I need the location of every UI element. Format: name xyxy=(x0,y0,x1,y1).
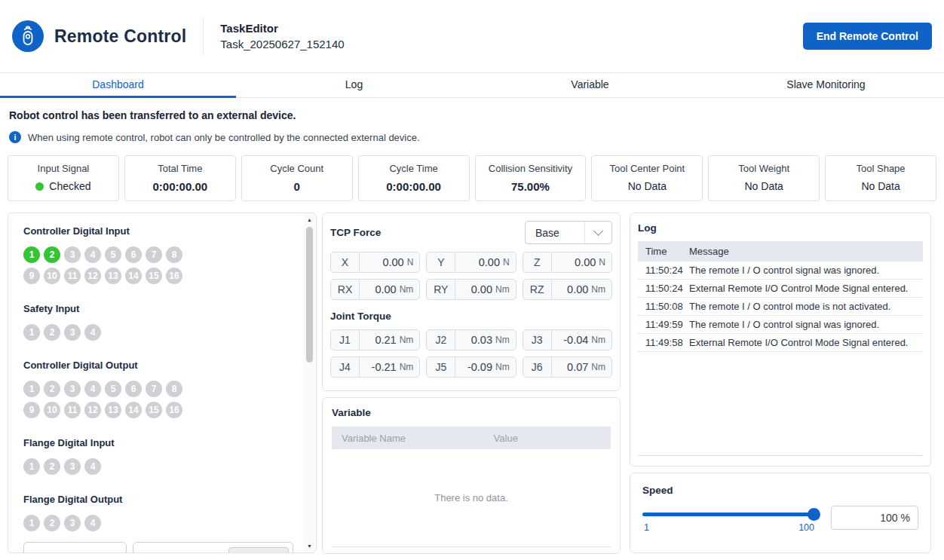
log-row-message: The remote I / O control signal was igno… xyxy=(686,265,923,276)
field-label: J3 xyxy=(523,330,552,350)
stat-card: Tool Center PointNo Data xyxy=(591,155,703,201)
header-divider xyxy=(203,17,204,55)
status-dot-icon xyxy=(35,182,44,191)
tab-bar: Dashboard Log Variable Slave Monitoring xyxy=(0,72,944,98)
speed-row: 1 100 100 % xyxy=(642,506,918,533)
io-section-title: Safety Input xyxy=(23,303,301,314)
io-panel-scrollbar[interactable]: ▲ ▼ xyxy=(304,214,315,552)
chevron-down-icon xyxy=(584,222,611,243)
field-value: -0.04Nm xyxy=(552,330,611,350)
stat-card: Total Time0:00:00.00 xyxy=(124,155,236,201)
stat-card: Tool WeightNo Data xyxy=(708,155,820,201)
field-value: 0.00N xyxy=(552,252,611,272)
scrollbar-thumb[interactable] xyxy=(306,227,313,363)
log-row: 11:50:08The remote I / O control mode is… xyxy=(638,298,923,316)
stat-label: Total Time xyxy=(128,163,232,174)
io-signal-indicator: 1 xyxy=(23,246,40,263)
tab-dashboard[interactable]: Dashboard xyxy=(0,73,236,98)
log-row: 11:50:24External Remote I/O Control Mode… xyxy=(638,280,923,298)
readout-field: J10.21Nm xyxy=(330,329,420,350)
speed-slider-track[interactable] xyxy=(642,513,819,516)
tab-log[interactable]: Log xyxy=(236,73,472,98)
io-signal-indicator: 3 xyxy=(64,381,81,397)
io-signal-indicator: 10 xyxy=(44,402,60,418)
speed-panel: Speed 1 100 100 % xyxy=(630,473,931,553)
notice-info-text: When using remote control, robot can onl… xyxy=(28,132,420,143)
io-section: Controller Digital Output123456789101112… xyxy=(23,360,301,418)
log-row-time: 11:49:59 xyxy=(638,319,686,330)
speed-slider[interactable]: 1 100 xyxy=(642,506,819,533)
readout-field: RY0.00Nm xyxy=(426,279,516,300)
io-dot-grid: 1234 xyxy=(23,458,191,475)
field-label: RY xyxy=(427,280,455,299)
field-value: 0.21Nm xyxy=(360,330,419,350)
log-row-time: 11:50:24 xyxy=(638,283,686,294)
io-signal-indicator: 12 xyxy=(84,268,101,284)
io-section: Controller Digital Input1234567891011121… xyxy=(23,225,301,284)
field-label: Y xyxy=(427,252,455,272)
info-icon xyxy=(9,131,21,143)
io-dot-grid: 1234 xyxy=(23,515,191,531)
io-signal-indicator: 1 xyxy=(23,458,40,475)
log-row: 11:49:59The remote I / O control signal … xyxy=(638,316,923,334)
io-signal-indicator: 4 xyxy=(84,324,101,341)
io-section-title: Controller Digital Output xyxy=(23,360,301,371)
io-signal-indicator: 9 xyxy=(23,402,40,418)
log-time-column: Time xyxy=(638,246,686,257)
tcp-force-panel: TCP Force Base X0.00NY0.00NZ0.00NRX0.00N… xyxy=(322,213,621,391)
stat-value: No Data xyxy=(595,180,699,192)
readout-field: J60.07Nm xyxy=(523,357,612,378)
io-signal-indicator: 1 xyxy=(23,324,40,341)
variable-table-header: Variable Name Value xyxy=(332,427,611,449)
readout-field: J3-0.04Nm xyxy=(523,329,612,350)
field-value: 0.00Nm xyxy=(552,280,611,299)
io-dot-grid: 12345678910111213141516 xyxy=(23,381,191,418)
io-signal-indicator: 8 xyxy=(166,381,182,397)
readout-field: X0.00N xyxy=(330,252,420,273)
log-row: 11:50:24The remote I / O control signal … xyxy=(638,262,923,280)
readout-field: Y0.00N xyxy=(426,252,516,273)
stat-card: Cycle Time0:00:00.00 xyxy=(358,155,470,201)
field-label: Z xyxy=(523,252,552,272)
stat-value: No Data xyxy=(712,180,816,192)
io-edit-field-2[interactable] xyxy=(133,542,293,553)
io-signal-indicator: 16 xyxy=(166,268,182,284)
io-sections: Controller Digital Input1234567891011121… xyxy=(23,225,301,531)
log-row-time: 11:50:24 xyxy=(638,265,686,276)
field-label: J5 xyxy=(427,357,455,377)
tab-slave-monitoring[interactable]: Slave Monitoring xyxy=(708,73,944,98)
stat-label: Tool Shape xyxy=(829,163,933,174)
io-signal-indicator: 9 xyxy=(23,268,40,284)
io-edit-field-1[interactable] xyxy=(23,542,127,553)
end-remote-control-button[interactable]: End Remote Control xyxy=(803,23,932,50)
io-signal-indicator: 2 xyxy=(44,458,60,475)
readout-field: J5-0.09Nm xyxy=(426,357,516,378)
io-signal-indicator: 13 xyxy=(105,268,121,284)
variable-panel: Variable Variable Name Value There is no… xyxy=(322,397,621,554)
variable-table-body: There is no data. xyxy=(332,449,611,547)
io-edit-button[interactable] xyxy=(228,547,289,553)
io-signal-indicator: 13 xyxy=(105,402,121,418)
task-type: TaskEditor xyxy=(220,22,344,35)
log-row-message: External Remote I/O Control Mode Signal … xyxy=(686,337,923,348)
io-signal-indicator: 10 xyxy=(44,268,60,284)
stat-value: 75.00% xyxy=(479,180,583,193)
io-section-title: Flange Digital Input xyxy=(23,437,301,448)
field-value: 0.00N xyxy=(360,252,419,272)
io-signal-indicator: 4 xyxy=(84,246,101,263)
field-label: J1 xyxy=(331,330,360,350)
field-value: 0.07Nm xyxy=(552,357,611,377)
app-header: Remote Control TaskEditor Task_20250627_… xyxy=(0,0,944,72)
scroll-up-icon[interactable]: ▲ xyxy=(304,214,315,225)
speed-slider-thumb[interactable] xyxy=(808,508,820,521)
scroll-down-icon[interactable]: ▼ xyxy=(304,540,315,552)
task-name: Task_20250627_152140 xyxy=(220,38,344,50)
speed-value-input[interactable]: 100 % xyxy=(831,506,918,530)
field-label: RX xyxy=(331,280,360,299)
io-signal-indicator: 4 xyxy=(84,458,101,475)
field-label: J4 xyxy=(331,357,360,377)
io-signal-indicator: 2 xyxy=(44,324,60,341)
reference-frame-select[interactable]: Base xyxy=(525,221,612,244)
tab-variable[interactable]: Variable xyxy=(472,73,708,98)
speed-max-label: 100 xyxy=(798,522,814,533)
